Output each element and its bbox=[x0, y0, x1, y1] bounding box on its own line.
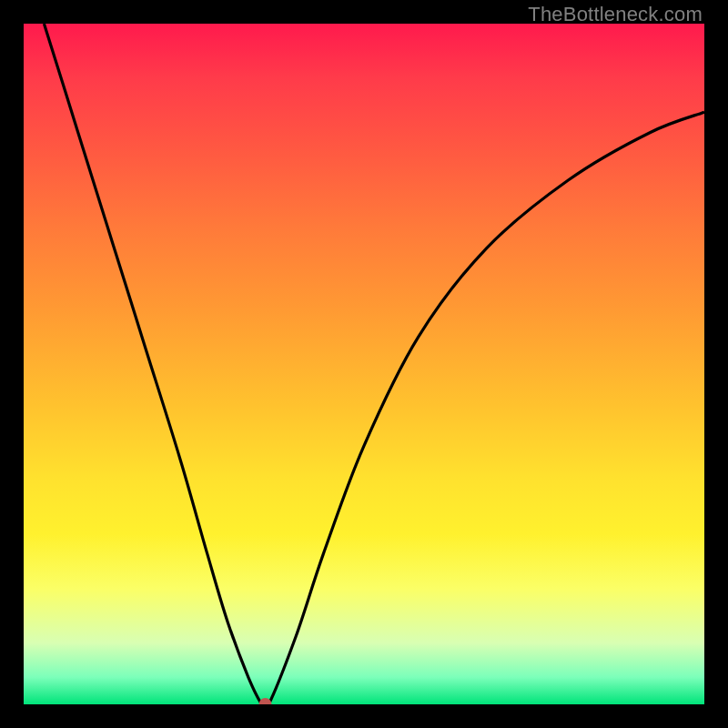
watermark-text: TheBottleneck.com bbox=[528, 3, 703, 26]
curve-path bbox=[44, 24, 704, 704]
plot-area bbox=[24, 24, 704, 704]
bottleneck-curve bbox=[44, 24, 704, 704]
curve-svg bbox=[24, 24, 704, 704]
chart-frame: TheBottleneck.com bbox=[0, 0, 728, 728]
